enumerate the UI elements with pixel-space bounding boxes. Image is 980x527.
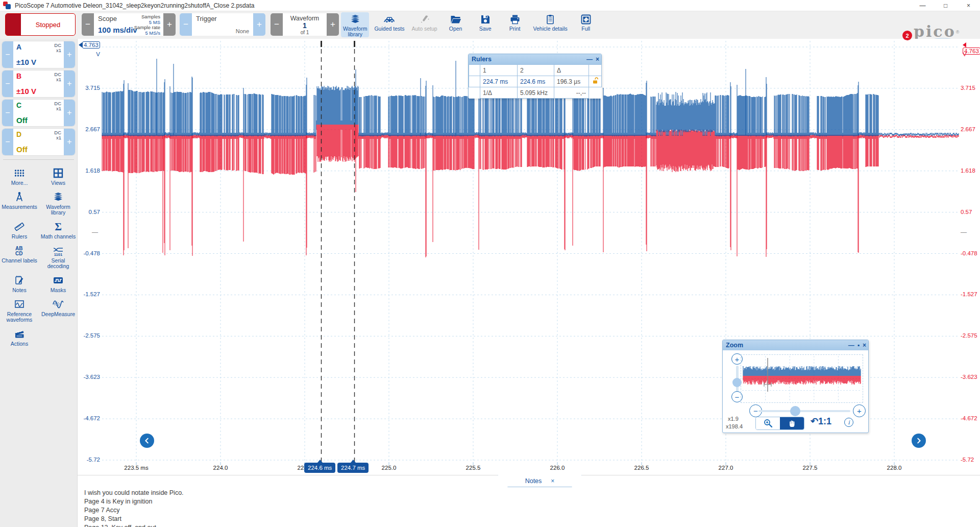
sidebar-item-views[interactable]: Views bbox=[39, 164, 78, 188]
trigger-plus-button[interactable]: + bbox=[253, 13, 265, 36]
print-label: Print bbox=[504, 26, 526, 32]
sidebar-item-channel-labels[interactable]: ABCDChannel labels bbox=[0, 242, 39, 271]
ruler-2-value[interactable]: 224.6 ms bbox=[518, 76, 554, 87]
sidebar-item-actions[interactable]: Actions bbox=[0, 325, 39, 349]
pan-tool-button[interactable] bbox=[780, 417, 804, 429]
ruler-1-value[interactable]: 224.7 ms bbox=[480, 76, 518, 87]
zoom-info-button[interactable]: i bbox=[844, 418, 853, 427]
sidebar-item-measurements[interactable]: Measurements bbox=[0, 188, 39, 218]
maximize-button[interactable]: □ bbox=[934, 0, 957, 11]
sidebar-item-serial-decoding[interactable]: 1101Serial decoding bbox=[39, 242, 78, 271]
time-ruler-badge-1[interactable]: 224.6 ms bbox=[304, 463, 335, 473]
ruler-lock-cell[interactable] bbox=[589, 76, 602, 87]
rulers-panel-titlebar[interactable]: Rulers — × bbox=[469, 54, 601, 64]
dots-icon bbox=[13, 167, 26, 179]
zoom-overview-thumbnail[interactable] bbox=[741, 354, 863, 403]
y-axis-label-l: 0.57 bbox=[78, 209, 100, 215]
samples-label: Samples bbox=[134, 14, 160, 20]
books-icon bbox=[349, 13, 362, 26]
x-axis-label: 225.5 bbox=[453, 465, 494, 471]
channel-C-panel[interactable]: −CDCx1Off+ bbox=[2, 100, 75, 126]
sidebar-item-waveform-library[interactable]: Waveform library bbox=[39, 188, 78, 218]
sidebar-item-math-channels[interactable]: ΣMath channels bbox=[39, 218, 78, 242]
print-button[interactable]: Print bbox=[502, 12, 528, 32]
channel-A-minus-button[interactable]: − bbox=[2, 41, 13, 68]
rulers-minimize-button[interactable]: — bbox=[586, 56, 593, 63]
vehicle-details-button[interactable]: Vehicle details bbox=[531, 12, 570, 32]
hand-icon bbox=[788, 419, 797, 428]
zoom-maximize-button[interactable]: ▪ bbox=[857, 342, 860, 349]
channel-C-plus-button[interactable]: + bbox=[64, 100, 75, 126]
waveform-panel[interactable]: Waveform 1 of 1 bbox=[283, 13, 327, 36]
waveform-library-button[interactable]: Waveform library bbox=[341, 12, 369, 37]
zoom-reset-button[interactable]: ↶1:1 bbox=[811, 416, 831, 427]
zoom-overview-waveform bbox=[741, 355, 863, 402]
wand-icon bbox=[418, 13, 431, 26]
waveform-prev-button[interactable]: − bbox=[271, 13, 283, 36]
channel-B-minus-button[interactable]: − bbox=[2, 70, 13, 97]
channel-D-panel[interactable]: −DDCx1Off+ bbox=[2, 129, 75, 155]
time-ruler-badge-2[interactable]: 224.7 ms bbox=[337, 463, 369, 473]
full-button[interactable]: Full bbox=[573, 12, 599, 32]
timebase-value: 100 ms/div bbox=[98, 26, 137, 34]
channel-B-panel[interactable]: −BDCx1±10 V+ bbox=[2, 70, 75, 97]
stop-start-button[interactable]: Stopped bbox=[5, 13, 76, 36]
pan-right-button[interactable] bbox=[912, 434, 926, 448]
channel-A-plus-button[interactable]: + bbox=[64, 41, 75, 68]
scope-plus-button[interactable]: + bbox=[163, 13, 176, 36]
trigger-panel[interactable]: Trigger None bbox=[192, 13, 253, 36]
y-axis-label-r: -5.72 bbox=[961, 457, 980, 463]
rulers-close-button[interactable]: × bbox=[596, 56, 599, 63]
close-button[interactable]: × bbox=[957, 0, 980, 11]
channel-B-plus-button[interactable]: + bbox=[64, 70, 75, 97]
notes-text[interactable]: I wish you could notate inside Pico.Page… bbox=[84, 489, 184, 527]
zoom-minimize-button[interactable]: — bbox=[848, 342, 854, 349]
refwave-icon bbox=[13, 298, 26, 310]
picoscope-app: PicoScope 7 Automotive Deleon_31042_slee… bbox=[0, 0, 980, 527]
channel-D-minus-button[interactable]: − bbox=[2, 129, 13, 155]
hzoom-in-button[interactable]: + bbox=[853, 404, 866, 417]
notification-badge[interactable]: 2 bbox=[902, 31, 912, 40]
sidebar-item-reference-waveforms[interactable]: Reference waveforms bbox=[0, 295, 39, 325]
sidebar-item-deepmeasure[interactable]: DeepMeasure bbox=[39, 295, 78, 325]
channel-D-plus-button[interactable]: + bbox=[64, 129, 75, 155]
x-axis-label: 228.0 bbox=[874, 465, 915, 471]
zoom-panel-titlebar[interactable]: Zoom — ▪ × bbox=[723, 340, 868, 350]
zoom-close-button[interactable]: × bbox=[863, 342, 866, 349]
notes-area: Notes × I wish you could notate inside P… bbox=[78, 475, 980, 527]
sidebar-item-notes[interactable]: Notes bbox=[0, 271, 39, 295]
guided-tests-button[interactable]: Guided tests bbox=[372, 12, 406, 32]
minimize-button[interactable]: — bbox=[911, 0, 934, 11]
channel-B-letter: B bbox=[16, 72, 21, 80]
y-axis-label-r: -3.623 bbox=[961, 374, 980, 380]
trigger-minus-button[interactable]: − bbox=[180, 13, 192, 36]
x-axis-label: 226.0 bbox=[537, 465, 578, 471]
y-axis-unit-r: V bbox=[963, 51, 980, 57]
masks-label: Masks bbox=[40, 288, 77, 293]
open-button[interactable]: Open bbox=[443, 12, 469, 32]
pan-left-button[interactable] bbox=[140, 434, 154, 448]
zero-marker-r: — bbox=[961, 229, 967, 236]
notes-tab[interactable]: Notes × bbox=[498, 475, 582, 487]
sidebar-item-rulers[interactable]: Rulers bbox=[0, 218, 39, 242]
y-axis-label-l: 3.715 bbox=[78, 85, 100, 91]
sidebar-item-masks[interactable]: Masks bbox=[39, 271, 78, 295]
sidebar-item-more[interactable]: More... bbox=[0, 164, 39, 188]
channel-A-panel[interactable]: −ADCx1±10 V+ bbox=[2, 41, 75, 68]
scope-minus-button[interactable]: − bbox=[82, 13, 94, 36]
channel-C-minus-button[interactable]: − bbox=[2, 100, 13, 126]
waveform-next-button[interactable]: + bbox=[327, 13, 339, 36]
zoom-tool-button[interactable] bbox=[756, 417, 780, 429]
scope-panel[interactable]: Scope 100 ms/div Samples 5 MS Sample rat… bbox=[94, 13, 163, 36]
save-button[interactable]: Save bbox=[472, 12, 499, 32]
printer-icon bbox=[508, 13, 522, 26]
hzoom-slider-track[interactable] bbox=[758, 410, 850, 412]
sample-rate-label: Sample rate bbox=[134, 25, 160, 31]
auto-setup-button[interactable]: Auto setup bbox=[409, 12, 439, 32]
title-bar: PicoScope 7 Automotive Deleon_31042_slee… bbox=[0, 0, 980, 11]
chevron-icon bbox=[915, 437, 922, 444]
hzoom-slider-thumb[interactable] bbox=[790, 406, 800, 416]
notes-tab-close-icon[interactable]: × bbox=[551, 477, 554, 485]
y-axis-label-l: -5.72 bbox=[78, 457, 100, 463]
x-axis-label: 227.0 bbox=[705, 465, 746, 471]
